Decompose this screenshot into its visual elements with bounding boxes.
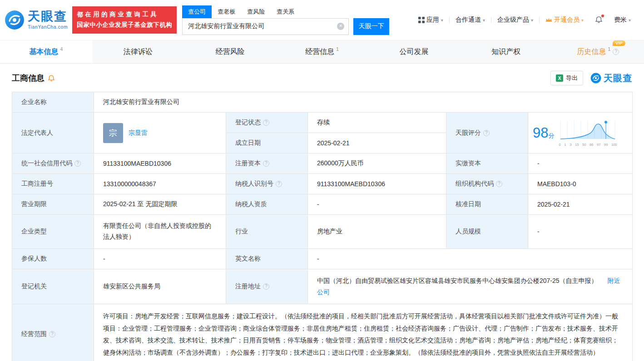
tab-intellectual-property[interactable]: 知识产权	[460, 40, 552, 63]
nav-user[interactable]: 费米 ▾	[608, 16, 637, 24]
tab-badge: 1	[336, 46, 339, 52]
caret-down-icon: ▾	[441, 18, 443, 23]
search-input[interactable]	[182, 18, 349, 35]
axis-tick: 100	[611, 143, 617, 147]
legal-rep-avatar[interactable]: 宗	[103, 123, 123, 143]
business-scope-value: 许可项目：房地产开发经营；互联网信息服务；建设工程设计。（依法须经批准的项目，经…	[94, 304, 633, 361]
org-code-label: 组织机构代码	[456, 180, 494, 188]
excel-icon: X	[556, 74, 563, 82]
reg-address-label: 注册地址	[235, 282, 261, 291]
monitor-bell-icon[interactable]	[48, 74, 55, 82]
tab-label: 公司发展	[400, 47, 429, 57]
company-type-value: 有限责任公司（非自然人投资或控股的法人独资）	[94, 215, 226, 249]
org-code-value: MAEBD103-0	[528, 174, 633, 194]
tab-business-info[interactable]: 经营信息 1	[276, 40, 368, 63]
tab-basic-info[interactable]: 基本信息 4	[0, 40, 92, 63]
search-tab-company[interactable]: 查公司	[182, 5, 212, 18]
approve-date-label: 核准日期	[446, 194, 528, 215]
help-icon[interactable]: ?	[496, 181, 502, 187]
taxpayer-quality-value: -	[308, 194, 446, 215]
tab-label: 法律诉讼	[124, 47, 153, 57]
search-tab-relation[interactable]: 查关系	[271, 5, 300, 18]
tianyancha-logo[interactable]: 天眼查 TianYanCha.com	[5, 10, 68, 30]
tab-company-development[interactable]: 公司发展	[368, 40, 460, 63]
taxpayer-quality-label: 纳税人资质	[226, 194, 308, 215]
tianyan-score-cell: 98分	[528, 113, 633, 153]
reg-capital-value: 260000万人民币	[308, 153, 446, 174]
business-term-label: 营业期限	[12, 194, 94, 215]
help-icon[interactable]: ?	[276, 181, 282, 187]
score-number: 98分	[533, 126, 554, 140]
reg-capital-label: 注册资本	[235, 159, 261, 168]
brand-name: 天眼查	[28, 10, 68, 23]
search-tab-risk[interactable]: 查风险	[241, 5, 271, 18]
top-header: 天眼查 TianYanCha.com 都在用的商业查询工具 国家中小企业发展子基…	[0, 0, 644, 40]
business-info-table: 企业名称 河北雄安前行置业有限公司 法定代表人 宗 宗显雷 登记状态 ? 存续 …	[12, 92, 633, 361]
tab-label: 历史信息	[577, 47, 606, 57]
nav-apps[interactable]: 应用 ▾	[412, 16, 449, 24]
industry-label: 行业	[226, 215, 308, 249]
tab-badge: 1	[608, 46, 610, 52]
insured-count-label: 参保人数	[12, 248, 94, 269]
score-label: 天眼评分	[456, 129, 481, 137]
section-header: 工商信息 X 导出 天眼查	[0, 64, 644, 91]
nav-enterprise[interactable]: 企业级产品 ▾	[491, 16, 539, 24]
business-scope-label-cell: 经营范围 ?	[12, 304, 94, 361]
reg-status-label-cell: 登记状态 ?	[226, 113, 308, 133]
reg-authority-value: 雄安新区公共服务局	[94, 269, 226, 304]
caret-down-icon: ▾	[629, 18, 631, 23]
credit-code-label: 统一社会信用代码	[21, 159, 72, 168]
notification-bell[interactable]	[590, 16, 608, 25]
business-term-value: 2025-02-21 至 无固定期限	[94, 194, 226, 215]
table-row: 经营范围 ? 许可项目：房地产开发经营；互联网信息服务；建设工程设计。（依法须经…	[12, 304, 633, 361]
caret-down-icon: ▾	[483, 18, 485, 23]
table-row: 工商注册号 133100000048367 纳税人识别号 ? 91133100M…	[12, 174, 633, 194]
company-page-tabs: 基本信息 4 法律诉讼 经营风险 经营信息 1 公司发展 知识产权 历史信息 1…	[0, 40, 644, 64]
legal-rep-name-link[interactable]: 宗显雷	[129, 129, 148, 137]
table-row: 企业类型 有限责任公司（非自然人投资或控股的法人独资） 行业 房地产业 人员规模…	[12, 215, 633, 249]
brand-watermark: 天眼查	[590, 72, 632, 84]
table-row: 统一社会信用代码 ? 91133100MAEBD10306 注册资本 ? 260…	[12, 153, 633, 174]
english-name-label: 英文名称	[226, 248, 308, 269]
nav-vip[interactable]: 开通会员 ▾	[540, 16, 590, 24]
search-tab-boss[interactable]: 查老板	[212, 5, 241, 18]
crown-icon	[545, 17, 552, 23]
org-code-label-cell: 组织机构代码 ?	[446, 174, 528, 194]
approve-date-value: 2025-02-21	[528, 194, 633, 215]
help-icon[interactable]: ?	[483, 130, 490, 136]
help-icon[interactable]: ?	[49, 331, 55, 337]
search-tabs: 查公司 查老板 查风险 查关系	[182, 5, 389, 18]
help-icon[interactable]: ?	[613, 49, 619, 55]
tab-business-risk[interactable]: 经营风险	[184, 40, 276, 63]
axis-tick: 50	[582, 143, 586, 147]
tab-legal-proceedings[interactable]: 法律诉讼	[92, 40, 184, 63]
export-button[interactable]: X 导出	[550, 71, 583, 85]
help-icon[interactable]: ?	[263, 283, 269, 290]
reg-capital-label-cell: 注册资本 ?	[226, 153, 308, 174]
tianyancha-logo-icon	[5, 10, 25, 30]
staff-size-label: 人员规模	[446, 215, 528, 249]
staff-size-value: -	[528, 215, 633, 249]
caret-down-icon: ▾	[581, 18, 584, 23]
caret-down-icon: ▾	[531, 18, 533, 23]
help-icon[interactable]: ?	[74, 160, 81, 167]
help-icon[interactable]: ?	[263, 119, 269, 126]
industry-value: 房地产业	[308, 215, 446, 249]
axis-tick: 97	[597, 143, 600, 147]
help-icon[interactable]: ?	[263, 160, 269, 167]
clear-icon[interactable]: ×	[337, 23, 344, 30]
search-button[interactable]: 天眼一下	[353, 18, 389, 35]
search-block: 查公司 查老板 查风险 查关系 × 天眼一下	[182, 5, 389, 35]
nav-enterprise-label: 企业级产品	[497, 16, 529, 24]
score-curve-svg	[559, 119, 617, 141]
axis-tick: 3	[570, 143, 571, 147]
nav-partner[interactable]: 合作通道 ▾	[450, 16, 491, 24]
english-name-value: -	[308, 248, 633, 269]
nav-user-label: 费米	[614, 16, 627, 24]
taxpayer-id-label: 纳税人识别号	[235, 180, 273, 188]
axis-tick: 99	[604, 143, 608, 147]
tab-history-info[interactable]: 历史信息 1 ? VIP	[552, 40, 644, 63]
score-axis: 0 1 3 15 50 86 97 99 100	[559, 143, 617, 147]
reg-address-cell: 中国（河北）自由贸易试验区雄安片区容城县雄安市民服务中心雄安集团办公楼207-2…	[308, 269, 633, 304]
nav-vip-label: 开通会员	[554, 16, 580, 24]
